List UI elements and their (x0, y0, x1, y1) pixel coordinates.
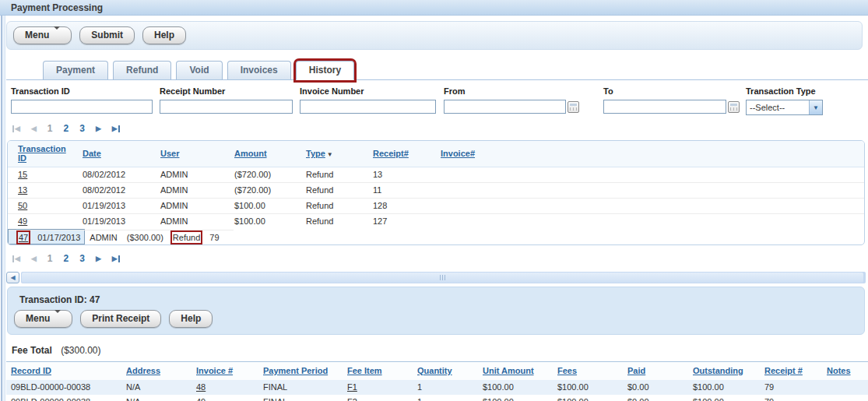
column-header-outstanding[interactable]: Outstanding (693, 366, 743, 375)
column-header-invoice[interactable]: Invoice# (441, 149, 475, 158)
first-page-icon[interactable]: ◀ (12, 255, 20, 262)
chevron-down-icon (54, 30, 60, 40)
page-number-3[interactable]: 3 (79, 123, 85, 134)
user-cell: ADMIN (85, 230, 121, 244)
chevron-down-icon (54, 313, 61, 324)
history-table-row[interactable]: 4901/19/2013ADMIN$100.00Refund127 (8, 214, 864, 230)
to-label: To (603, 86, 746, 96)
transaction-id-link[interactable]: 49 (18, 216, 27, 226)
tab-refund[interactable]: Refund (113, 61, 171, 79)
receipt-number-input[interactable] (160, 100, 293, 114)
column-header-fees[interactable]: Fees (557, 366, 577, 375)
page-number-3[interactable]: 3 (79, 253, 85, 264)
transaction-detail-panel: Transaction ID: 47 Menu Print Receipt He… (7, 287, 865, 335)
payment-period-cell: FINAL (258, 380, 343, 395)
transaction-id-link[interactable]: 15 (18, 170, 27, 179)
window-titlebar: Payment Processing (0, 0, 868, 16)
menu-button[interactable]: Menu (13, 26, 72, 44)
detail-menu-button[interactable]: Menu (14, 310, 72, 328)
column-header-record-id[interactable]: Record ID (11, 366, 51, 375)
previous-page-icon[interactable]: ◀ (31, 255, 37, 262)
from-date-input[interactable] (444, 100, 566, 114)
filter-receipt-number: Receipt Number (160, 86, 300, 115)
transaction-type-label: Transaction Type (746, 86, 823, 96)
invoice-number-link[interactable]: 48 (196, 382, 206, 392)
page-number-2[interactable]: 2 (64, 123, 69, 134)
column-header-unit-amount[interactable]: Unit Amount (483, 366, 534, 375)
help-button[interactable]: Help (142, 26, 186, 44)
submit-button[interactable]: Submit (79, 26, 135, 44)
column-header-type[interactable]: Type (306, 149, 325, 158)
print-receipt-button-label: Print Receipt (92, 313, 149, 324)
calendar-icon[interactable] (728, 101, 740, 113)
column-header-quantity[interactable]: Quantity (417, 366, 452, 375)
column-header-date[interactable]: Date (83, 149, 101, 158)
transaction-id-input[interactable] (11, 100, 153, 114)
column-header-notes[interactable]: Notes (827, 366, 851, 375)
tab-history[interactable]: History (296, 61, 354, 80)
tab-void[interactable]: Void (176, 61, 222, 79)
quantity-cell: 1 (413, 380, 478, 395)
column-header-amount[interactable]: Amount (234, 149, 267, 158)
column-header-fee-item[interactable]: Fee Item (347, 366, 382, 375)
history-table-row[interactable]: 1308/02/2012ADMIN($720.00)Refund11 (8, 183, 864, 199)
page-number-1[interactable]: 1 (47, 123, 53, 134)
invoice-number-label: Invoice Number (300, 86, 444, 96)
scrollbar-track[interactable] (21, 272, 866, 283)
print-receipt-button[interactable]: Print Receipt (80, 310, 161, 328)
column-header-transaction-id[interactable]: Transaction ID (18, 144, 66, 163)
fee-item-cell: F2 (343, 395, 413, 401)
fee-item-link[interactable]: F1 (347, 382, 357, 392)
history-table-row[interactable]: 1508/02/2012ADMIN($720.00)Refund13 (8, 167, 864, 183)
outstanding-cell: $100.00 (688, 395, 760, 401)
last-page-icon[interactable]: ▶ (112, 125, 120, 132)
to-date-input[interactable] (603, 100, 726, 114)
column-header-receipt-number[interactable]: Receipt # (764, 366, 803, 375)
transaction-id-link[interactable]: 50 (18, 201, 27, 210)
amount-cell: $100.00 (230, 199, 301, 214)
main-toolbar: Menu Submit Help (6, 21, 863, 50)
last-page-icon[interactable]: ▶ (112, 255, 120, 262)
column-header-payment-period[interactable]: Payment Period (263, 366, 328, 375)
column-header-receipt[interactable]: Receipt# (373, 149, 409, 158)
invoice-number-link[interactable]: 49 (196, 397, 206, 401)
invoice-cell (436, 183, 864, 199)
history-pager-bottom: ◀ ◀ 1 2 3 ▶ ▶ (12, 252, 868, 265)
column-header-user[interactable]: User (160, 149, 179, 158)
fee-total: Fee Total ($300.00) (12, 345, 868, 356)
invoice-cell (436, 167, 864, 183)
history-table-row[interactable]: 5001/19/2013ADMIN$100.00Refund128 (8, 199, 864, 214)
page-number-1[interactable]: 1 (47, 253, 53, 264)
previous-page-icon[interactable]: ◀ (31, 125, 37, 132)
type-cell: Refund (301, 183, 368, 199)
column-header-invoice-number[interactable]: Invoice # (196, 366, 233, 375)
transaction-id-link[interactable]: 47 (19, 233, 28, 242)
scroll-left-icon[interactable]: ◀ (6, 272, 19, 283)
fee-item-link[interactable]: F2 (347, 397, 357, 401)
transaction-id-link[interactable]: 13 (18, 185, 27, 195)
payment-period-cell: FINAL (258, 395, 343, 401)
next-page-icon[interactable]: ▶ (96, 255, 101, 262)
transaction-type-select[interactable]: --Select-- ▼ (746, 100, 823, 115)
filter-from-date: From (444, 86, 603, 115)
column-header-paid[interactable]: Paid (627, 366, 645, 375)
history-table-row[interactable]: 4701/17/2013ADMIN($300.00)Refund79 (8, 229, 85, 244)
column-header-address[interactable]: Address (126, 366, 160, 375)
fees-cell: $100.00 (553, 395, 623, 401)
history-grid: Transaction ID Date User Amount Type▼ Re… (7, 140, 865, 245)
invoice-cell: 48 (192, 380, 258, 395)
fee-total-value: ($300.00) (61, 345, 100, 356)
filter-transaction-type: Transaction Type --Select-- ▼ (746, 86, 823, 115)
horizontal-scrollbar: ◀ (6, 272, 866, 283)
calendar-icon[interactable] (568, 101, 579, 113)
first-page-icon[interactable]: ◀ (12, 125, 20, 132)
detail-help-button[interactable]: Help (169, 310, 213, 328)
user-cell: ADMIN (156, 214, 230, 230)
next-page-icon[interactable]: ▶ (96, 125, 101, 132)
page-number-2[interactable]: 2 (64, 253, 69, 264)
tab-payment[interactable]: Payment (43, 61, 108, 79)
scrollbar-thumb[interactable] (22, 273, 863, 283)
receipt-cell: 128 (368, 199, 436, 214)
tab-invoices[interactable]: Invoices (227, 61, 291, 79)
invoice-number-input[interactable] (300, 100, 436, 114)
